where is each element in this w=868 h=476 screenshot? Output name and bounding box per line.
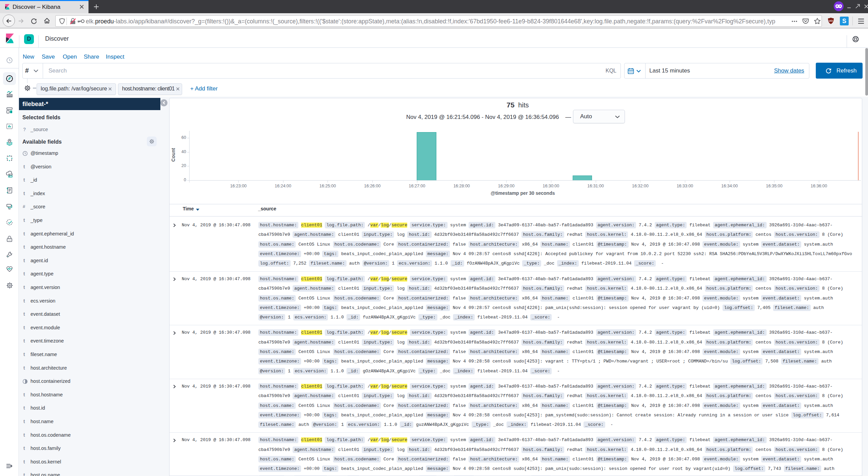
svg-text:UO: UO [829, 19, 833, 22]
